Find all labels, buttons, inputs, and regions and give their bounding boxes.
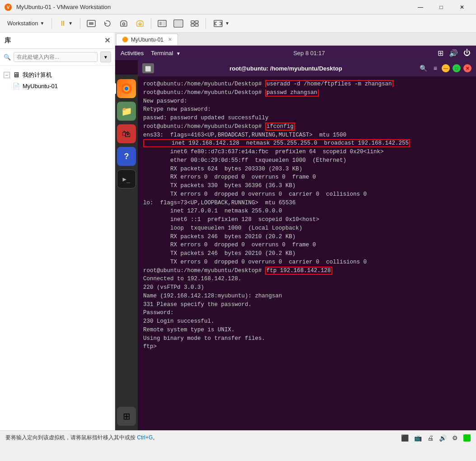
my-computer-label: 我的计算机 [23, 71, 52, 79]
fullscreen-button[interactable] [171, 17, 186, 30]
sidebar-title: 库 [5, 37, 11, 45]
snapshot-button[interactable] [117, 17, 131, 30]
close-button[interactable]: ✕ [452, 0, 472, 14]
apps-grid-icon: ⊞ [123, 411, 131, 422]
network-icon[interactable]: ⊞ [438, 49, 443, 57]
vm-tabs: 🟠 MyUbuntu-01 ✕ [115, 33, 476, 46]
search-caret-icon: ▼ [103, 55, 108, 60]
statusbar-right: ⬛ 📺 🖨 🔊 ⚙ [401, 434, 471, 442]
send-ctrl-alt-del-button[interactable] [84, 17, 98, 30]
workstation-label: Workstation [7, 20, 38, 27]
terminal-line-8: inet6 fe80::d7c3:637:e14a:fbc prefixlen … [143, 148, 471, 156]
terminal-titlebar-right: 🔍 ≡ — □ ✕ [418, 64, 471, 73]
toolbar-separator-4 [205, 18, 206, 29]
statusbar-icon-3[interactable]: 🖨 [427, 434, 434, 442]
ctrl-g-link[interactable]: Ctrl+G [137, 434, 153, 441]
terminal-line-20: RX errors 0 dropped 0 overruns 0 frame 0 [143, 241, 471, 249]
vm-tab-myubuntu[interactable]: 🟠 MyUbuntu-01 ✕ [116, 33, 178, 45]
vm-icon: 📄 [13, 83, 20, 89]
terminal-line-19: RX packets 246 bytes 20210 (20.2 KB) [143, 233, 471, 241]
terminal-line-10: RX packets 624 bytes 203330 (203.3 KB) [143, 165, 471, 174]
ubuntu-bar-datetime: Sep 8 01:17 [293, 50, 325, 56]
appstore-icon: 🛍 [122, 129, 131, 139]
vm-item-myubuntu[interactable]: 📄 MyUbuntu-01 [0, 81, 115, 91]
svg-point-18 [125, 87, 128, 90]
toolbar-separator-1 [51, 18, 52, 29]
dock-appstore-button[interactable]: 🛍 [117, 124, 136, 143]
terminal-titlebar-left: ⬜ [142, 63, 154, 73]
svg-rect-7 [159, 22, 162, 25]
terminal-line-11: RX errors 0 dropped 0 overruns 0 frame 0 [143, 173, 471, 182]
tab-icon: 🟠 [122, 37, 128, 42]
sound-icon[interactable]: 🔊 [449, 49, 458, 57]
tab-label: MyUbuntu-01 [131, 37, 163, 43]
statusbar: 要将输入定向到该虚拟机，请将鼠标指针移入其中或按 Ctrl+G。 ⬛ 📺 🖨 🔊… [0, 430, 476, 445]
svg-rect-11 [191, 21, 194, 23]
maximize-button[interactable]: □ [431, 0, 452, 14]
terminal-window: ⬜ root@ubuntu: /home/myubuntu/Desktop 🔍 … [138, 60, 476, 430]
svg-rect-6 [158, 20, 166, 27]
terminal-line-21: TX packets 246 bytes 20210 (20.2 KB) [143, 249, 471, 258]
help-icon: ? [124, 152, 129, 161]
tab-close-button[interactable]: ✕ [168, 37, 172, 42]
svg-text:V: V [7, 5, 10, 10]
expand-caret: ▼ [225, 21, 229, 26]
vm-status-indicator [463, 434, 471, 442]
terminal-content[interactable]: root@ubuntu:/home/myubuntu/Desktop# user… [138, 76, 476, 430]
dock-help-button[interactable]: ? [117, 147, 136, 166]
hint-end: 。 [153, 434, 158, 441]
terminal-line-29: Password: [143, 309, 471, 317]
svg-rect-12 [195, 21, 198, 23]
dock-apps-button[interactable]: ⊞ [117, 407, 136, 426]
terminal-close-button[interactable]: ✕ [463, 64, 471, 72]
revert-button[interactable] [100, 17, 115, 30]
computer-icon: 🖥 [13, 71, 20, 79]
dock-firefox-button[interactable] [117, 79, 136, 98]
dock-files-button[interactable]: 📁 [117, 102, 136, 121]
terminal-line-28: 331 Please specify the password. [143, 301, 471, 309]
dock-terminal-button[interactable]: ▶_ [117, 169, 136, 188]
terminal-line-31: Remote system type is UNIX. [143, 326, 471, 334]
statusbar-icon-1[interactable]: ⬛ [401, 434, 409, 442]
toolbar: Workstation ▼ ⏸ ▼ [0, 14, 476, 33]
sidebar-close-button[interactable]: ✕ [104, 36, 110, 45]
titlebar: V MyUbuntu-01 - VMware Workstation — □ ✕ [0, 0, 476, 14]
terminal-menu-button[interactable]: Terminal ▼ [151, 50, 181, 56]
ubuntu-dock: 📁 🛍 ? ▶_ ⊞ [115, 75, 138, 430]
toolbar-separator-2 [80, 18, 80, 29]
terminal-maximize-button[interactable]: □ [453, 64, 461, 72]
pause-icon: ⏸ [59, 19, 66, 28]
unity-button[interactable] [187, 17, 202, 30]
terminal-line-7: inet 192.168.142.128 netmask 255.255.255… [143, 139, 471, 148]
hint-text: 要将输入定向到该虚拟机，请将鼠标指针移入其中或按 [5, 434, 137, 441]
normal-view-button[interactable] [155, 17, 169, 30]
fullscreen-expand-button[interactable]: ▼ [210, 18, 233, 29]
statusbar-icon-4[interactable]: 🔊 [439, 434, 447, 442]
minimize-button[interactable]: — [410, 0, 431, 14]
my-computer-item[interactable]: − 🖥 我的计算机 [0, 69, 115, 81]
terminal-page-icon[interactable]: ⬜ [142, 63, 154, 73]
svg-rect-13 [191, 24, 194, 26]
workstation-menu-button[interactable]: Workstation ▼ [4, 18, 48, 28]
search-dropdown-button[interactable]: ▼ [100, 52, 111, 62]
terminal-search-button[interactable]: 🔍 [418, 64, 429, 73]
terminal-line-1: root@ubuntu:/home/myubuntu/Desktop# pass… [143, 89, 471, 97]
tree-minus-icon: − [4, 72, 10, 78]
svg-rect-3 [89, 22, 93, 25]
terminal-line-6: ens33: flags=4163<UP,BROADCAST,RUNNING,M… [143, 131, 471, 140]
power-icon[interactable]: ⏻ [463, 49, 471, 57]
pause-button[interactable]: ⏸ ▼ [56, 18, 76, 29]
svg-point-4 [123, 23, 125, 25]
terminal-title: root@ubuntu: /home/myubuntu/Desktop [154, 65, 418, 72]
activities-button[interactable]: Activities [121, 50, 144, 56]
terminal-menu-icon-button[interactable]: ≡ [432, 64, 439, 73]
restore-snapshot-button[interactable] [133, 17, 147, 30]
terminal-line-16: inet 127.0.0.1 netmask 255.0.0.0 [143, 207, 471, 216]
statusbar-icon-5[interactable]: ⚙ [452, 434, 458, 442]
terminal-minimize-button[interactable]: — [442, 64, 450, 72]
statusbar-icon-2[interactable]: 📺 [414, 434, 422, 442]
terminal-line-5: root@ubuntu:/home/myubuntu/Desktop# ifco… [143, 122, 471, 131]
terminal-line-9: ether 00:0c:29:0d:55:ff txqueuelen 1000 … [143, 156, 471, 165]
sidebar-search-input[interactable] [14, 52, 98, 62]
terminal-line-15: lo: flags=73<UP,LOOPBACK,RUNNING> mtu 65… [143, 199, 471, 207]
